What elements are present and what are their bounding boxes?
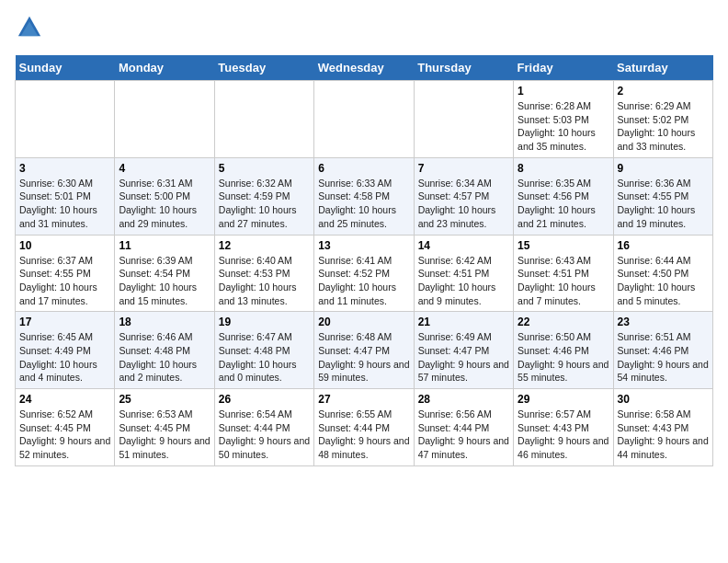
day-number: 20 — [318, 316, 409, 328]
day-cell — [115, 81, 214, 158]
day-cell: 7 Sunrise: 6:34 AM Sunset: 4:57 PM Dayli… — [414, 157, 513, 235]
day-number: 12 — [219, 239, 310, 252]
day-number: 14 — [418, 239, 509, 252]
day-cell: 16 Sunrise: 6:44 AM Sunset: 4:50 PM Dayl… — [613, 235, 712, 312]
day-info: Sunrise: 6:31 AM Sunset: 5:00 PM Dayligh… — [119, 177, 210, 231]
week-row-1: 1 Sunrise: 6:28 AM Sunset: 5:03 PM Dayli… — [16, 81, 713, 158]
week-row-5: 24 Sunrise: 6:52 AM Sunset: 4:45 PM Dayl… — [16, 389, 713, 466]
day-number: 19 — [219, 316, 310, 328]
day-info: Sunrise: 6:47 AM Sunset: 4:48 PM Dayligh… — [219, 330, 310, 385]
day-info: Sunrise: 6:32 AM Sunset: 4:59 PM Dayligh… — [219, 177, 310, 231]
day-header-thursday: Thursday — [414, 55, 513, 81]
day-info: Sunrise: 6:56 AM Sunset: 4:44 PM Dayligh… — [418, 408, 509, 462]
day-info: Sunrise: 6:28 AM Sunset: 5:03 PM Dayligh… — [518, 99, 609, 154]
day-number: 13 — [318, 239, 409, 252]
day-cell: 2 Sunrise: 6:29 AM Sunset: 5:02 PM Dayli… — [613, 81, 712, 158]
week-row-2: 3 Sunrise: 6:30 AM Sunset: 5:01 PM Dayli… — [16, 157, 713, 235]
day-cell: 19 Sunrise: 6:47 AM Sunset: 4:48 PM Dayl… — [214, 312, 313, 389]
day-cell: 28 Sunrise: 6:56 AM Sunset: 4:44 PM Dayl… — [414, 389, 513, 466]
day-number: 4 — [119, 162, 210, 175]
day-info: Sunrise: 6:50 AM Sunset: 4:46 PM Dayligh… — [518, 330, 609, 385]
day-number: 16 — [618, 239, 709, 252]
day-cell: 4 Sunrise: 6:31 AM Sunset: 5:00 PM Dayli… — [115, 157, 214, 235]
day-number: 23 — [618, 316, 709, 328]
day-cell: 14 Sunrise: 6:42 AM Sunset: 4:51 PM Dayl… — [414, 235, 513, 312]
day-cell — [414, 81, 513, 158]
page-header — [15, 15, 713, 44]
day-info: Sunrise: 6:34 AM Sunset: 4:57 PM Dayligh… — [418, 177, 509, 231]
day-number: 3 — [19, 162, 110, 175]
day-cell: 11 Sunrise: 6:39 AM Sunset: 4:54 PM Dayl… — [115, 235, 214, 312]
day-info: Sunrise: 6:37 AM Sunset: 4:55 PM Dayligh… — [19, 254, 110, 308]
day-info: Sunrise: 6:44 AM Sunset: 4:50 PM Dayligh… — [618, 254, 709, 308]
day-info: Sunrise: 6:39 AM Sunset: 4:54 PM Dayligh… — [119, 254, 210, 308]
day-info: Sunrise: 6:42 AM Sunset: 4:51 PM Dayligh… — [418, 254, 509, 308]
day-cell: 17 Sunrise: 6:45 AM Sunset: 4:49 PM Dayl… — [16, 312, 115, 389]
day-cell: 23 Sunrise: 6:51 AM Sunset: 4:46 PM Dayl… — [613, 312, 712, 389]
day-number: 18 — [119, 316, 210, 328]
day-header-tuesday: Tuesday — [214, 55, 313, 81]
logo — [15, 15, 42, 44]
day-number: 11 — [119, 239, 210, 252]
day-cell — [314, 81, 414, 158]
day-header-monday: Monday — [115, 55, 214, 81]
day-info: Sunrise: 6:57 AM Sunset: 4:43 PM Dayligh… — [518, 408, 609, 462]
day-number: 6 — [318, 162, 409, 175]
day-cell: 29 Sunrise: 6:57 AM Sunset: 4:43 PM Dayl… — [514, 389, 613, 466]
day-cell: 30 Sunrise: 6:58 AM Sunset: 4:43 PM Dayl… — [613, 389, 712, 466]
day-number: 29 — [518, 393, 609, 406]
day-info: Sunrise: 6:40 AM Sunset: 4:53 PM Dayligh… — [219, 254, 310, 308]
day-number: 26 — [219, 393, 310, 406]
day-cell: 21 Sunrise: 6:49 AM Sunset: 4:47 PM Dayl… — [414, 312, 513, 389]
day-info: Sunrise: 6:48 AM Sunset: 4:47 PM Dayligh… — [318, 330, 409, 385]
day-info: Sunrise: 6:36 AM Sunset: 4:55 PM Dayligh… — [618, 177, 709, 231]
day-cell: 26 Sunrise: 6:54 AM Sunset: 4:44 PM Dayl… — [214, 389, 313, 466]
week-row-4: 17 Sunrise: 6:45 AM Sunset: 4:49 PM Dayl… — [16, 312, 713, 389]
day-info: Sunrise: 6:53 AM Sunset: 4:45 PM Dayligh… — [119, 408, 210, 462]
day-header-wednesday: Wednesday — [314, 55, 414, 81]
day-info: Sunrise: 6:55 AM Sunset: 4:44 PM Dayligh… — [318, 408, 409, 462]
day-header-friday: Friday — [514, 55, 613, 81]
day-number: 5 — [219, 162, 310, 175]
day-cell: 22 Sunrise: 6:50 AM Sunset: 4:46 PM Dayl… — [514, 312, 613, 389]
day-number: 28 — [418, 393, 509, 406]
day-number: 2 — [618, 85, 709, 98]
day-cell: 8 Sunrise: 6:35 AM Sunset: 4:56 PM Dayli… — [514, 157, 613, 235]
day-cell: 3 Sunrise: 6:30 AM Sunset: 5:01 PM Dayli… — [16, 157, 115, 235]
day-cell: 12 Sunrise: 6:40 AM Sunset: 4:53 PM Dayl… — [214, 235, 313, 312]
day-number: 30 — [618, 393, 709, 406]
day-number: 8 — [518, 162, 609, 175]
day-info: Sunrise: 6:43 AM Sunset: 4:51 PM Dayligh… — [518, 254, 609, 308]
calendar-body: 1 Sunrise: 6:28 AM Sunset: 5:03 PM Dayli… — [16, 81, 713, 466]
day-info: Sunrise: 6:41 AM Sunset: 4:52 PM Dayligh… — [318, 254, 409, 308]
day-info: Sunrise: 6:33 AM Sunset: 4:58 PM Dayligh… — [318, 177, 409, 231]
day-info: Sunrise: 6:49 AM Sunset: 4:47 PM Dayligh… — [418, 330, 509, 385]
day-info: Sunrise: 6:51 AM Sunset: 4:46 PM Dayligh… — [618, 330, 709, 385]
day-number: 17 — [19, 316, 110, 328]
week-row-3: 10 Sunrise: 6:37 AM Sunset: 4:55 PM Dayl… — [16, 235, 713, 312]
day-info: Sunrise: 6:29 AM Sunset: 5:02 PM Dayligh… — [618, 99, 709, 154]
day-info: Sunrise: 6:52 AM Sunset: 4:45 PM Dayligh… — [19, 408, 110, 462]
day-header-saturday: Saturday — [613, 55, 712, 81]
day-cell: 15 Sunrise: 6:43 AM Sunset: 4:51 PM Dayl… — [514, 235, 613, 312]
day-cell: 13 Sunrise: 6:41 AM Sunset: 4:52 PM Dayl… — [314, 235, 414, 312]
logo-icon — [17, 15, 42, 40]
calendar-table: SundayMondayTuesdayWednesdayThursdayFrid… — [15, 55, 713, 466]
day-cell: 9 Sunrise: 6:36 AM Sunset: 4:55 PM Dayli… — [613, 157, 712, 235]
day-number: 27 — [318, 393, 409, 406]
day-cell — [214, 81, 313, 158]
day-cell: 25 Sunrise: 6:53 AM Sunset: 4:45 PM Dayl… — [115, 389, 214, 466]
day-cell: 18 Sunrise: 6:46 AM Sunset: 4:48 PM Dayl… — [115, 312, 214, 389]
calendar-header-row: SundayMondayTuesdayWednesdayThursdayFrid… — [16, 55, 713, 81]
day-number: 9 — [618, 162, 709, 175]
day-info: Sunrise: 6:46 AM Sunset: 4:48 PM Dayligh… — [119, 330, 210, 385]
day-cell: 27 Sunrise: 6:55 AM Sunset: 4:44 PM Dayl… — [314, 389, 414, 466]
day-number: 1 — [518, 85, 609, 98]
day-info: Sunrise: 6:45 AM Sunset: 4:49 PM Dayligh… — [19, 330, 110, 385]
day-number: 22 — [518, 316, 609, 328]
day-cell: 24 Sunrise: 6:52 AM Sunset: 4:45 PM Dayl… — [16, 389, 115, 466]
day-info: Sunrise: 6:35 AM Sunset: 4:56 PM Dayligh… — [518, 177, 609, 231]
day-number: 25 — [119, 393, 210, 406]
day-number: 24 — [19, 393, 110, 406]
day-cell: 5 Sunrise: 6:32 AM Sunset: 4:59 PM Dayli… — [214, 157, 313, 235]
